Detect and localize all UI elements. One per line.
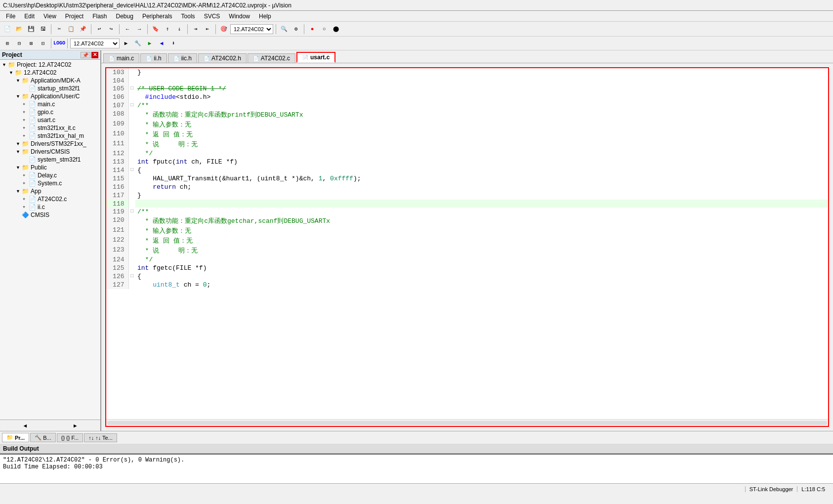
tb2-btn2[interactable]: ⊟ [14,38,25,49]
menu-flash[interactable]: Flash [88,12,111,21]
menu-view[interactable]: View [40,12,60,21]
code-line-124[interactable]: 124 */ [106,255,828,264]
code-editor[interactable]: 103 } 104 105 □ /* USER CODE BEGIN 1 */ … [106,68,828,419]
code-line-127[interactable]: 127 uint8_t ch = 0; [106,281,828,289]
panel-scroll-right[interactable]: ▶ [50,420,101,431]
menu-file[interactable]: File [2,12,19,21]
tree-item[interactable]: ▼📁Drivers/CMSIS [0,148,100,156]
code-line-104[interactable]: 104 [106,77,828,84]
panel-close-btn[interactable]: ✕ [91,52,98,58]
cut-btn[interactable]: ✂ [54,24,65,35]
tree-item[interactable]: +📄ii.c [0,203,100,211]
menu-peripherals[interactable]: Peripherals [138,12,176,21]
tree-item[interactable]: +📄Delay.c [0,171,100,179]
bottom-tab-1[interactable]: 🔨B... [30,433,56,442]
tree-item[interactable]: ▼📁Application/User/C [0,92,100,100]
menu-debug[interactable]: Debug [112,12,137,21]
code-line-120[interactable]: 120 * 函数功能：重定向c库函数getchar,scanf到DEBUG_US… [106,216,828,226]
bottom-tab-2[interactable]: {}{} F... [57,433,83,442]
copy-btn[interactable]: 📋 [66,24,77,35]
save-all-btn[interactable]: 🖫 [38,24,48,35]
new-file-btn[interactable]: 📄 [2,24,13,35]
tab-ii-h[interactable]: 📄ii.h [140,53,167,63]
tree-item[interactable]: 📄startup_stm32f1 [0,84,100,92]
save-btn[interactable]: 💾 [26,24,37,35]
nav-back-btn[interactable]: ← [122,24,133,35]
code-line-118[interactable]: 118 [106,200,828,208]
tree-item[interactable]: +📄AT24C02.c [0,195,100,203]
tree-item[interactable]: +📄System.c [0,179,100,187]
code-line-108[interactable]: 108 * 函数功能：重定向c库函数printf到DEBUG_USARTx [106,110,828,120]
unindent-btn[interactable]: ⇤ [202,24,213,35]
code-line-121[interactable]: 121 * 输入参数：无 [106,226,828,236]
indent-btn[interactable]: ⇥ [190,24,201,35]
code-line-113[interactable]: 113 int fputc(int ch, FILE *f) [106,158,828,166]
paste-btn[interactable]: 📌 [78,24,88,35]
code-line-122[interactable]: 122 * 返 回 值：无 [106,236,828,246]
tree-item[interactable]: ▼📁Application/MDK-A [0,77,100,84]
tb2-btn1[interactable]: ⊞ [2,38,13,49]
redo-btn[interactable]: ↪ [106,24,117,35]
code-line-126[interactable]: 126 □ { [106,272,828,281]
code-line-123[interactable]: 123 * 说 明：无 [106,246,828,255]
tb2-blue[interactable]: ◀ [156,38,167,49]
code-line-125[interactable]: 125 int fgetc(FILE *f) [106,264,828,272]
code-line-111[interactable]: 111 * 说 明：无 [106,139,828,149]
code-line-107[interactable]: 107 □ /** [106,101,828,110]
tree-item[interactable]: ▼📁12.AT24C02 [0,69,100,77]
panel-scroll-left[interactable]: ◀ [0,420,50,431]
tree-item[interactable]: +📄stm32f1xx_it.c [0,124,100,132]
tree-item[interactable]: 📄system_stm32f1 [0,156,100,164]
run-btn[interactable]: ● [307,24,318,35]
tree-item[interactable]: ▼📁Drivers/STM32F1xx_ [0,140,100,148]
settings-btn[interactable]: ⚙ [291,24,301,35]
bottom-tab-0[interactable]: 📁Pr... [2,433,29,442]
target-select[interactable]: 12.AT24C02 [230,24,273,34]
menu-edit[interactable]: Edit [20,12,39,21]
code-line-106[interactable]: 106 #include<stdio.h> [106,93,828,101]
bookmark-btn[interactable]: 🔖 [150,24,161,35]
tb2-btn4[interactable]: ⊡ [38,38,48,49]
tab-iic-h[interactable]: 📄iic.h [168,53,197,63]
code-line-110[interactable]: 110 * 返 回 值：无 [106,129,828,139]
open-btn[interactable]: 📂 [14,24,25,35]
tb2-load[interactable]: ⬇ [168,38,179,49]
menu-svcs[interactable]: SVCS [200,12,224,21]
target-select2[interactable]: 12.AT24C02 [70,39,120,48]
menu-project[interactable]: Project [61,12,87,21]
menu-window[interactable]: Window [225,12,254,21]
tab-AT24C02-h[interactable]: 📄AT24C02.h [198,53,247,63]
tb2-green[interactable]: ▶ [144,38,155,49]
tab-AT24C02-c[interactable]: 📄AT24C02.c [248,53,295,63]
tb2-wand[interactable]: 🔧 [132,38,143,49]
tree-item[interactable]: +📄main.c [0,100,100,108]
tree-item[interactable]: ▼📁Project: 12.AT24C02 [0,61,100,69]
pause-btn[interactable]: ○ [319,24,330,35]
stop-btn[interactable]: ⬤ [331,24,341,35]
nav-fwd-btn[interactable]: → [134,24,145,35]
bottom-tab-3[interactable]: ↑↓↑↓ Te... [84,433,117,442]
tree-item[interactable]: +📄usart.c [0,116,100,124]
tree-item[interactable]: 🔷CMSIS [0,211,100,219]
tab-main-c[interactable]: 📄main.c [103,53,139,63]
tb2-compile[interactable]: ▶ [121,38,131,49]
code-line-119[interactable]: 119 □ /** [106,208,828,216]
panel-pin-btn[interactable]: 📌 [81,52,90,58]
tb2-btn3[interactable]: ⊠ [26,38,37,49]
tab-usart-c[interactable]: 📄usart.c [296,52,335,63]
tree-item[interactable]: +📄stm32f1xx_hal_m [0,132,100,140]
search-btn[interactable]: 🔍 [279,24,290,35]
undo-btn[interactable]: ↩ [94,24,105,35]
menu-help[interactable]: Help [255,12,275,21]
code-line-117[interactable]: 117 } [106,191,828,200]
code-line-105[interactable]: 105 □ /* USER CODE BEGIN 1 */ [106,84,828,93]
tree-item[interactable]: +📄gpio.c [0,108,100,116]
code-line-116[interactable]: 116 return ch; [106,183,828,191]
code-line-112[interactable]: 112 */ [106,149,828,158]
code-line-114[interactable]: 114 □ { [106,166,828,174]
next-bookmark-btn[interactable]: ⇓ [174,24,185,35]
code-line-103[interactable]: 103 } [106,68,828,77]
prev-bookmark-btn[interactable]: ⇑ [162,24,173,35]
tree-item[interactable]: ▼📁Public [0,164,100,171]
menu-tools[interactable]: Tools [177,12,199,21]
